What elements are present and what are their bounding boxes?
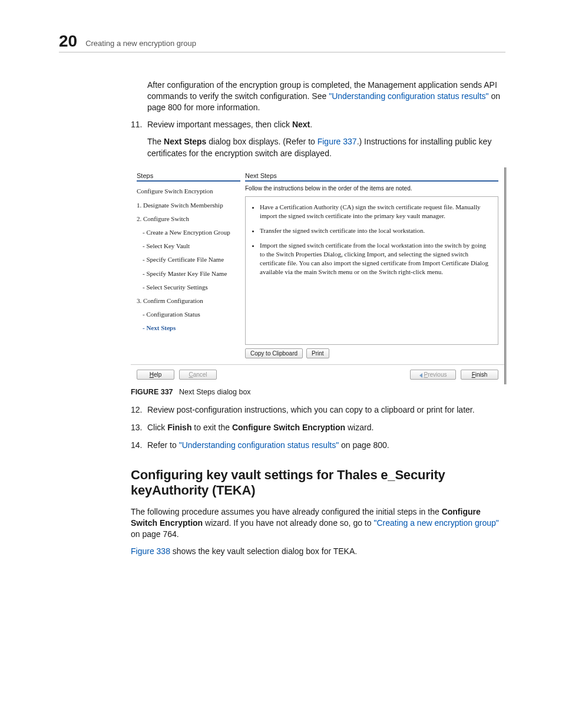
link-config-status-results[interactable]: "Understanding configuration status resu…: [329, 91, 488, 101]
instruction-item: Transfer the signed switch certificate i…: [260, 226, 492, 235]
teka-paragraph-2: Figure 338 shows the key vault selection…: [131, 546, 505, 557]
link-creating-encryption-group[interactable]: "Creating a new encryption group": [373, 518, 498, 528]
help-button[interactable]: Help: [137, 370, 174, 380]
chapter-title: Creating a new encryption group: [85, 39, 196, 48]
triangle-left-icon: [419, 373, 422, 378]
wizard-steps-panel: Steps Configure Switch Encryption 1. Des…: [137, 172, 240, 358]
steps-header: Steps: [137, 172, 240, 182]
previous-button: Previous: [410, 370, 456, 380]
chapter-number: 20: [59, 33, 77, 50]
finish-button[interactable]: Finish: [461, 370, 498, 380]
wizard-step-active: - Next Steps: [137, 324, 240, 332]
teka-paragraph-1: The following procedure assumes you have…: [131, 506, 505, 540]
cancel-button[interactable]: Cancel: [179, 370, 217, 380]
step-14: 14. Refer to "Understanding configuratio…: [131, 440, 505, 452]
figure-337-caption: FIGURE 337 Next Steps dialog box: [131, 388, 505, 396]
wizard-step: - Configuration Status: [137, 311, 240, 318]
wizard-step: 1. Designate Switch Membership: [137, 202, 240, 209]
wizard-step: 2. Configure Switch: [137, 215, 240, 223]
next-steps-panel: Next Steps Follow the instructions below…: [245, 172, 498, 358]
instruction-item: Import the signed switch certificate fro…: [260, 241, 492, 276]
next-steps-dialog: Steps Configure Switch Encryption 1. Des…: [131, 167, 505, 384]
wizard-step: Configure Switch Encryption: [137, 187, 240, 195]
wizard-step: - Specify Master Key File Name: [137, 270, 240, 278]
wizard-step: - Select Security Settings: [137, 284, 240, 291]
link-config-status-results-2[interactable]: "Understanding configuration status resu…: [179, 440, 339, 450]
step-12: 12. Review post-configuration instructio…: [131, 404, 505, 416]
copy-to-clipboard-button[interactable]: Copy to Clipboard: [245, 348, 303, 358]
instruction-box: Have a Certification Authority (CA) sign…: [245, 196, 498, 345]
step-11: 11. Review important messages, then clic…: [131, 119, 505, 160]
next-steps-intro: Follow the instructions below in the ord…: [245, 185, 498, 192]
instruction-item: Have a Certification Authority (CA) sign…: [260, 203, 492, 220]
intro-paragraph: After configuration of the encryption gr…: [147, 80, 505, 113]
link-figure-338[interactable]: Figure 338: [131, 546, 170, 556]
wizard-step: 3. Confirm Configuration: [137, 297, 240, 305]
wizard-step: - Create a New Encryption Group: [137, 229, 240, 236]
wizard-step: - Select Key Vault: [137, 242, 240, 250]
step-13: 13. Click Finish to exit the Configure S…: [131, 422, 505, 434]
running-header: 20 Creating a new encryption group: [59, 33, 505, 52]
link-figure-337[interactable]: Figure 337: [318, 137, 357, 146]
next-steps-header: Next Steps: [245, 172, 498, 182]
wizard-step: - Specify Certificate File Name: [137, 256, 240, 263]
section-title-teka: Configuring key vault settings for Thale…: [131, 467, 505, 498]
print-button[interactable]: Print: [306, 348, 329, 358]
